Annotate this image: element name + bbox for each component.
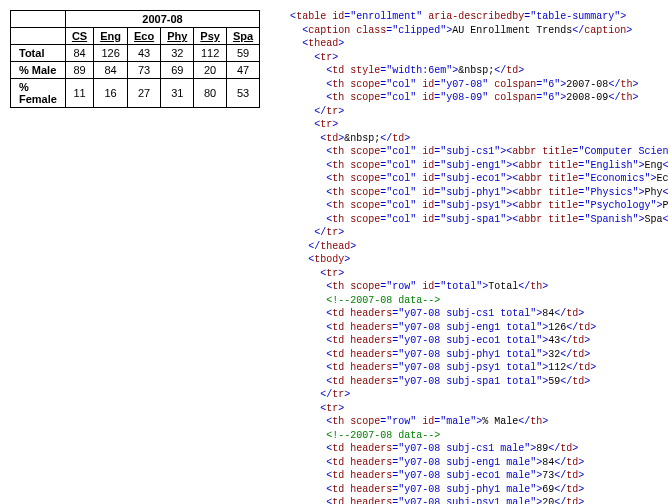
cell: 112 [194, 45, 227, 62]
cell: 11 [65, 79, 93, 108]
cell: 80 [194, 79, 227, 108]
cell: 59 [226, 45, 259, 62]
enrollment-data-table: 2007-08 CS Eng Eco Phy Psy Spa Total 84 … [10, 10, 260, 108]
cell: 73 [127, 62, 160, 79]
col-spa: Spa [226, 28, 259, 45]
cell: 69 [161, 62, 194, 79]
col-psy: Psy [194, 28, 227, 45]
cell: 84 [65, 45, 93, 62]
row-male-label: % Male [11, 62, 66, 79]
html-source-code: <table id="enrollment" aria-describedby=… [290, 10, 669, 504]
col-phy: Phy [161, 28, 194, 45]
cell: 53 [226, 79, 259, 108]
cell: 89 [65, 62, 93, 79]
row-female: % Female 11 16 27 31 80 53 [11, 79, 260, 108]
cell: 27 [127, 79, 160, 108]
row-total: Total 84 126 43 32 112 59 [11, 45, 260, 62]
year-header: 2007-08 [65, 11, 259, 28]
row-female-label: % Female [11, 79, 66, 108]
cell: 20 [194, 62, 227, 79]
cell: 126 [94, 45, 128, 62]
cell: 16 [94, 79, 128, 108]
col-cs: CS [65, 28, 93, 45]
cell: 47 [226, 62, 259, 79]
row-male: % Male 89 84 73 69 20 47 [11, 62, 260, 79]
row-total-label: Total [11, 45, 66, 62]
cell: 32 [161, 45, 194, 62]
col-eng: Eng [94, 28, 128, 45]
col-eco: Eco [127, 28, 160, 45]
empty-corner-cell [11, 11, 66, 28]
cell: 31 [161, 79, 194, 108]
cell: 84 [94, 62, 128, 79]
empty-cell [11, 28, 66, 45]
cell: 43 [127, 45, 160, 62]
